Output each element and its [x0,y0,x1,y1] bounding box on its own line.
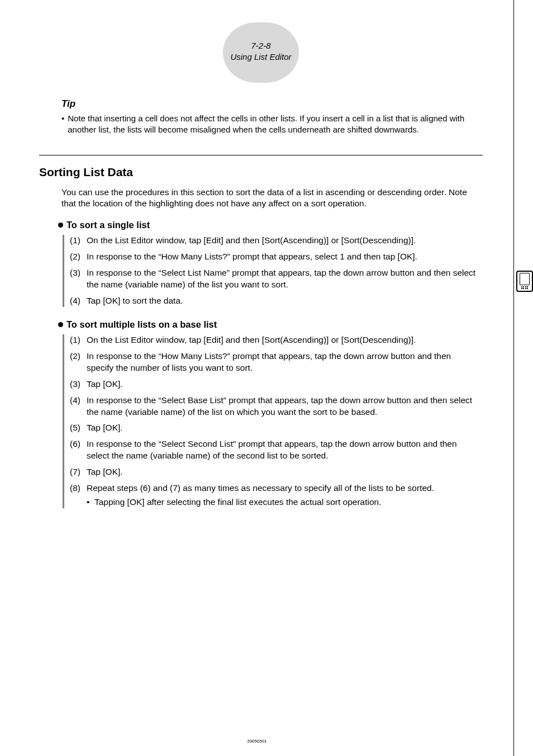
step-text: Tap [OK]. [87,379,483,390]
sub2-title-text: To sort multiple lists on a base list [66,319,217,329]
step-text: In response to the “How Many Lists?” pro… [87,351,483,374]
page-reference: 7-2-8 [223,40,299,51]
step-num: (5) [70,422,87,434]
footer-date: 20050501 [0,739,514,744]
tip-body: • Note that inserting a cell does not af… [61,113,477,136]
list-item: (1)On the List Editor window, tap [Edit]… [70,235,483,247]
list-item: (1)On the List Editor window, tap [Edit]… [70,334,483,346]
step-text-main: Repeat steps (6) and (7) as many times a… [87,483,434,493]
subsection-1-title: To sort a single list [58,220,483,230]
step-num: (4) [70,395,87,418]
list-item: (3)In response to the “Select List Name”… [70,267,483,291]
list-item: (8) Repeat steps (6) and (7) as many tim… [70,483,483,508]
step-num: (2) [70,351,87,374]
list-item: (2)In response to the “How Many Lists?” … [70,351,483,374]
bullet-icon: • [61,113,64,136]
list-item: (5)Tap [OK]. [70,422,483,434]
section-intro: You can use the procedures in this secti… [61,187,483,210]
list-item: (7)Tap [OK]. [70,466,483,478]
step-text: On the List Editor window, tap [Edit] an… [87,334,483,346]
tip-text: Note that inserting a cell does not affe… [68,113,477,136]
step-text: In response to the “How Many Lists?” pro… [87,251,483,263]
section-title: Sorting List Data [39,166,483,179]
list-item: (2)In response to the “How Many Lists?” … [70,251,483,263]
step-num: (3) [70,379,87,390]
step-text: In response to the “Select List Name” pr… [87,267,483,291]
sub1-steps: (1)On the List Editor window, tap [Edit]… [63,235,483,307]
header-badge: 7-2-8 Using List Editor [39,22,483,83]
step-num: (1) [70,334,87,346]
step-sub-text: Tapping [OK] after selecting the final l… [94,497,382,508]
disc-icon [58,223,63,228]
step-text: Tap [OK]. [87,422,483,434]
step-text: Tap [OK] to sort the data. [87,295,483,307]
section-name: Using List Editor [223,51,299,63]
calculator-icon [516,271,533,292]
calculator-screen-icon [520,273,530,285]
sub1-title-text: To sort a single list [66,220,150,230]
step-num: (8) [70,483,87,508]
step-num: (6) [70,438,87,462]
step-num: (2) [70,251,87,263]
calculator-keys-icon [521,286,529,290]
step-text: In response to the “Select Base List” pr… [87,395,483,418]
step-sub: •Tapping [OK] after selecting the final … [87,497,479,508]
tip-heading: Tip [61,98,483,110]
list-item: (3)Tap [OK]. [70,379,483,390]
list-item: (6)In response to the “Select Second Lis… [70,438,483,462]
disc-icon [58,322,63,327]
subsection-2-title: To sort multiple lists on a base list [58,319,483,330]
step-text: On the List Editor window, tap [Edit] an… [87,235,483,247]
step-text: Tap [OK]. [87,466,483,478]
step-text: In response to the “Select Second List” … [87,438,483,462]
step-num: (1) [70,235,87,247]
bullet-icon: • [87,497,94,508]
sub2-steps: (1)On the List Editor window, tap [Edit]… [63,334,483,508]
list-item: (4)Tap [OK] to sort the data. [70,295,483,307]
section-divider [39,155,483,155]
step-num: (3) [70,267,87,291]
step-num: (7) [70,466,87,478]
list-item: (4)In response to the “Select Base List”… [70,395,483,418]
step-text: Repeat steps (6) and (7) as many times a… [87,483,483,508]
page-frame: 7-2-8 Using List Editor Tip • Note that … [0,0,514,756]
header-circle: 7-2-8 Using List Editor [223,22,299,83]
step-num: (4) [70,295,87,307]
